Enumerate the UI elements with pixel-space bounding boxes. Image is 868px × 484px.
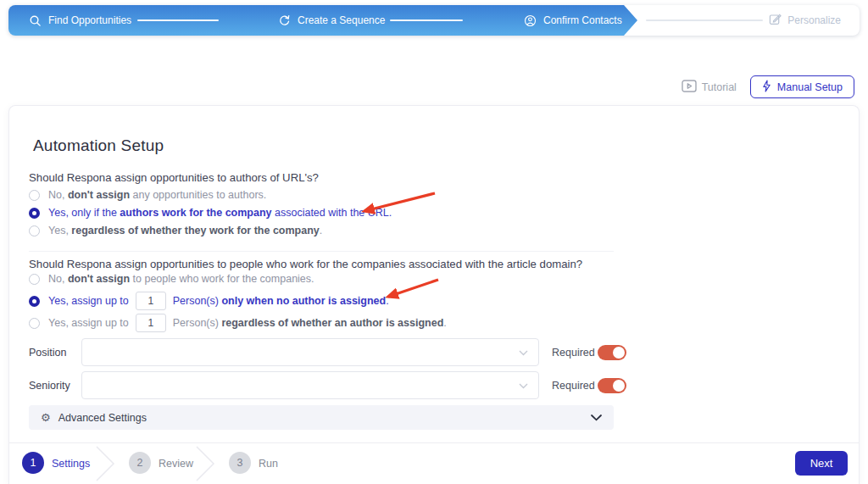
section-divider [29, 251, 614, 252]
search-icon [29, 14, 42, 27]
toggle-knob [613, 380, 625, 392]
radio-checked-icon[interactable] [29, 208, 40, 219]
persons-count-input[interactable] [136, 292, 166, 310]
step-label-run[interactable]: Run [259, 458, 278, 470]
page-title: Automation Setup [33, 136, 164, 155]
persons-count-input[interactable] [136, 314, 166, 332]
top-stepper-active-region: Find Opportunities Create a Sequence Con… [8, 5, 637, 36]
step-find-opportunities[interactable]: Find Opportunities [29, 5, 131, 36]
sequence-icon [278, 14, 291, 27]
advanced-settings-label: Advanced Settings [58, 412, 147, 424]
step-label-settings[interactable]: Settings [52, 458, 90, 470]
toggle-knob [613, 347, 625, 359]
tutorial-button[interactable]: Tutorial [682, 80, 737, 95]
gear-icon: ⚙ [41, 412, 51, 423]
step-label-review[interactable]: Review [159, 458, 193, 470]
seniority-required-toggle[interactable] [598, 378, 626, 393]
radio-option-assign-when-no-author[interactable]: Yes, assign up toPerson(s) only when no … [29, 292, 389, 310]
position-required-label: Required [552, 347, 595, 359]
automation-setup-page: Find Opportunities Create a Sequence Con… [0, 0, 868, 484]
radio-unchecked-icon[interactable] [29, 318, 40, 329]
seniority-label: Seniority [29, 380, 70, 392]
step-create-sequence[interactable]: Create a Sequence [278, 5, 385, 36]
advanced-settings-toggle[interactable]: ⚙ Advanced Settings [29, 405, 614, 430]
step-label: Create a Sequence [298, 14, 385, 26]
play-video-icon [682, 80, 697, 95]
manual-setup-label: Manual Setup [777, 81, 843, 93]
position-required-toggle[interactable] [598, 345, 626, 360]
seniority-required-label: Required [552, 380, 595, 392]
contact-icon [524, 14, 537, 27]
question-companies: Should Respona assign opportunities to p… [29, 258, 582, 270]
question-authors: Should Respona assign opportunities to a… [29, 171, 319, 184]
bolt-icon [762, 80, 771, 95]
step-circle-run[interactable]: 3 [229, 452, 251, 474]
footer-divider [9, 442, 859, 443]
step-connector-inactive [646, 19, 763, 21]
radio-unchecked-icon[interactable] [29, 190, 40, 201]
step-connector [137, 19, 219, 21]
automation-setup-card: Automation Setup Should Respona assign o… [8, 105, 860, 484]
pencil-square-icon [769, 13, 782, 28]
position-select[interactable] [81, 338, 539, 366]
radio-unchecked-icon[interactable] [29, 225, 40, 236]
header-actions: Tutorial Manual Setup [682, 75, 854, 98]
radio-checked-icon[interactable] [29, 296, 40, 307]
step-separator [94, 445, 116, 484]
position-label: Position [29, 347, 66, 359]
step-label: Confirm Contacts [543, 14, 622, 26]
radio-option-no-people[interactable]: No, don't assign to people who work for … [29, 273, 314, 285]
step-label: Find Opportunities [48, 14, 131, 26]
radio-option-no-authors[interactable]: No, don't assign any opportunities to au… [29, 189, 266, 201]
step-connector [390, 19, 463, 21]
radio-option-authors-company-only[interactable]: Yes, only if the authors work for the co… [29, 207, 392, 219]
radio-unchecked-icon[interactable] [29, 274, 40, 285]
radio-option-authors-regardless[interactable]: Yes, regardless of whether they work for… [29, 225, 322, 236]
step-separator [194, 445, 216, 484]
top-stepper: Find Opportunities Create a Sequence Con… [8, 5, 860, 36]
step-personalize[interactable]: Personalize [769, 5, 841, 36]
step-circle-settings[interactable]: 1 [22, 452, 44, 474]
radio-option-assign-regardless[interactable]: Yes, assign up toPerson(s) regardless of… [29, 314, 447, 332]
manual-setup-button[interactable]: Manual Setup [750, 75, 854, 98]
seniority-select[interactable] [81, 371, 539, 399]
next-button[interactable]: Next [795, 451, 848, 476]
step-confirm-contacts[interactable]: Confirm Contacts [524, 5, 622, 36]
step-label: Personalize [787, 14, 841, 26]
chevron-down-icon[interactable] [591, 414, 602, 421]
step-circle-review[interactable]: 2 [129, 452, 151, 474]
tutorial-label: Tutorial [702, 81, 737, 93]
